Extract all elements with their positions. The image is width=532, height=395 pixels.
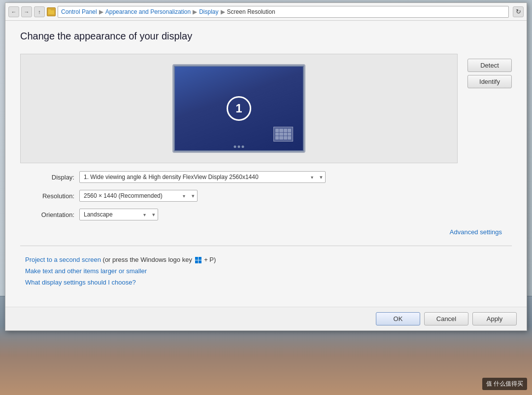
project-screen-link[interactable]: Project to a second screen [25, 256, 101, 263]
address-bar: ← → ↑ Control Panel ▶ Appearance and Per… [5, 3, 527, 21]
display-row: Display: 1. Wide viewing angle & High de… [25, 171, 512, 183]
monitor-outer: 1 [172, 64, 305, 153]
folder-icon [47, 7, 56, 16]
svg-rect-3 [199, 257, 201, 260]
advanced-settings-link[interactable]: Advanced settings [20, 228, 512, 236]
refresh-button[interactable]: ↻ [513, 6, 524, 17]
forward-button[interactable]: → [21, 6, 32, 17]
page-title: Change the appearance of your display [20, 31, 512, 42]
ok-button[interactable]: OK [376, 312, 420, 325]
detect-identify-section: Detect Identify [467, 54, 512, 88]
svg-rect-1 [48, 9, 51, 11]
monitor-inner: 1 [175, 67, 303, 150]
monitor-taskbar-icon [273, 127, 293, 142]
svg-rect-2 [195, 257, 198, 260]
resolution-label: Resolution: [25, 192, 74, 200]
display-settings-link[interactable]: What display settings should I choose? [25, 279, 136, 286]
orientation-select[interactable]: Landscape ▾ [79, 209, 158, 220]
cancel-button[interactable]: Cancel [424, 312, 468, 325]
svg-rect-4 [195, 260, 198, 263]
bottom-bar: OK Cancel Apply [5, 307, 527, 330]
links-section: Project to a second screen (or press the… [20, 256, 512, 286]
breadcrumb-current: Screen Resolution [227, 8, 275, 15]
svg-rect-0 [48, 10, 54, 14]
breadcrumb: Control Panel ▶ Appearance and Personali… [58, 6, 509, 18]
monitor-section: 1 [20, 54, 512, 163]
monitor-dots [234, 145, 244, 148]
screen-resolution-window: ← → ↑ Control Panel ▶ Appearance and Per… [5, 2, 527, 331]
resolution-select-wrapper: 2560 × 1440 (Recommended) ▾ [79, 190, 198, 202]
orientation-dropdown-arrow: ▾ [143, 212, 146, 217]
make-text-link[interactable]: Make text and other items larger or smal… [25, 267, 147, 275]
breadcrumb-control-panel[interactable]: Control Panel [61, 8, 97, 15]
back-button[interactable]: ← [8, 6, 19, 17]
identify-button[interactable]: Identify [467, 75, 512, 88]
orientation-label: Orientation: [25, 211, 74, 218]
breadcrumb-appearance[interactable]: Appearance and Personalization [105, 8, 191, 15]
monitor-preview-container: 1 [20, 54, 458, 163]
project-screen-text: (or press the Windows logo key [103, 256, 194, 263]
monitor-number: 1 [227, 96, 251, 121]
display-select[interactable]: 1. Wide viewing angle & High density Fle… [79, 171, 326, 183]
project-screen-row: Project to a second screen (or press the… [25, 256, 512, 263]
detect-button[interactable]: Detect [467, 59, 512, 72]
display-dropdown-arrow: ▾ [311, 175, 313, 180]
up-button[interactable]: ↑ [34, 6, 45, 17]
project-key-text: + P) [204, 256, 216, 263]
windows-logo-icon [195, 257, 201, 263]
watermark: 值 什么值得买 [482, 378, 527, 390]
breadcrumb-display[interactable]: Display [199, 8, 218, 15]
resolution-dropdown-arrow: ▾ [183, 193, 185, 199]
orientation-row: Orientation: Landscape ▾ [25, 209, 512, 220]
apply-button[interactable]: Apply [472, 312, 517, 325]
divider [20, 246, 512, 246]
display-label: Display: [25, 174, 74, 181]
svg-rect-5 [199, 260, 201, 263]
orientation-select-wrapper: Landscape ▾ [79, 209, 158, 220]
display-select-wrapper: 1. Wide viewing angle & High density Fle… [79, 171, 326, 183]
main-content: Change the appearance of your display 1 [5, 21, 527, 307]
settings-form: Display: 1. Wide viewing angle & High de… [20, 171, 512, 220]
resolution-select[interactable]: 2560 × 1440 (Recommended) ▾ [79, 190, 198, 202]
resolution-row: Resolution: 2560 × 1440 (Recommended) ▾ [25, 190, 512, 202]
